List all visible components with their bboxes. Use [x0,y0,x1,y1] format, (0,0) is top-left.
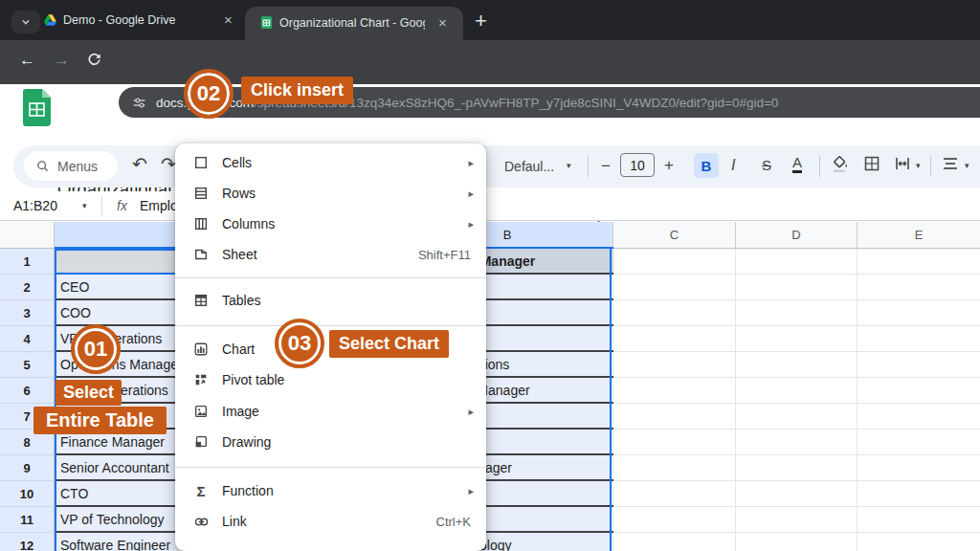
site-settings-icon[interactable] [132,96,146,110]
fill-color-button[interactable] [831,154,849,173]
gridline [735,249,736,551]
column-header-d[interactable]: D [736,222,858,249]
menu-item-rows[interactable]: Rows ▸ [175,178,486,209]
tab-search-button[interactable] [11,11,40,33]
menu-shortcut: Shift+F11 [418,248,471,262]
screen: Demo - Google Drive × Organizational Cha… [0,0,980,551]
menu-item-sheet[interactable]: Sheet Shift+F11 [175,239,486,270]
menu-item-cells[interactable]: Cells ▸ [175,147,486,178]
merge-cells-caret-icon[interactable]: ▾ [916,161,921,170]
callout-step2-label: Click insert [241,77,353,104]
row-header-1[interactable]: 1 [0,249,55,275]
sheets-logo-icon[interactable] [23,89,51,126]
selection-border-right [610,249,612,551]
gridline [857,249,858,551]
align-caret-icon[interactable]: ▾ [965,161,969,170]
link-icon [192,513,210,530]
drawing-icon [192,433,210,451]
menu-item-columns[interactable]: Columns ▸ [175,209,486,239]
chevron-down-icon [19,15,33,29]
increase-font-button[interactable]: + [664,156,674,174]
row-header-3[interactable]: 3 [0,300,55,326]
menu-item-tables[interactable]: Tables [175,285,486,316]
reload-icon[interactable] [86,52,102,68]
text-color-button[interactable]: A [792,155,802,173]
menu-item-link[interactable]: Link Ctrl+K [175,506,486,537]
tab-sheets-active[interactable]: Organizational Chart - Google S × [245,7,463,40]
decrease-font-button[interactable]: − [601,157,611,175]
menu-item-drawing[interactable]: Drawing [175,427,486,457]
callout-step3-label: Select Chart [329,330,449,358]
callout-step2-circle: 02 [188,73,230,115]
menus-search[interactable]: Menus [24,151,118,181]
formula-divider [101,196,102,215]
tables-icon [192,292,210,309]
columns-icon [192,215,210,232]
row-header-4[interactable]: 4 [0,326,55,352]
callout-step3-circle: 03 [278,322,321,364]
undo-icon[interactable]: ↶ [132,155,147,173]
empty-cells-region[interactable] [613,249,980,551]
menu-divider [175,325,486,326]
rows-icon [192,185,210,202]
row-header-9[interactable]: 9 [0,455,55,481]
merge-cells-button[interactable] [894,155,911,172]
toolbar-divider [930,156,931,177]
name-box-caret-icon[interactable]: ▾ [82,201,87,210]
menu-item-pivot-table[interactable]: Pivot table [175,364,486,395]
function-icon: Σ [192,482,210,499]
drive-tab-icon [44,14,56,26]
menu-item-function[interactable]: Σ Function ▸ [175,475,486,506]
font-select[interactable]: Defaul... [504,159,554,174]
new-tab-button[interactable]: + [475,9,487,33]
menu-shortcut: Ctrl+K [436,515,471,529]
tab-drive[interactable]: Demo - Google Drive [63,13,216,27]
row-header-11[interactable]: 11 [0,507,55,533]
fx-icon: fx [117,198,127,213]
borders-button[interactable] [863,155,880,172]
chart-icon [192,341,210,358]
sheets-tab-icon [260,16,273,29]
bold-button[interactable]: B [694,153,719,178]
pivot-table-icon [192,371,210,388]
row-header-5[interactable]: 5 [0,352,55,378]
column-header-c[interactable]: C [613,222,736,249]
forward-icon[interactable]: → [54,51,70,70]
cells-icon [192,154,210,171]
formula-bar: A1:B20 ▾ fx Employ [0,191,980,221]
redo-icon[interactable]: ↷ [161,155,176,173]
menu-divider [175,467,486,468]
back-icon[interactable]: ← [19,51,35,70]
search-icon [35,159,50,173]
column-header-e[interactable]: E [858,222,980,249]
tab-drive-close-icon[interactable]: × [224,13,233,27]
row-header-10[interactable]: 10 [0,481,55,507]
submenu-arrow-icon: ▸ [468,485,474,497]
submenu-arrow-icon: ▸ [468,187,474,200]
italic-button[interactable]: I [731,157,735,174]
row-header-12[interactable]: 12 [0,533,55,551]
tab-sheets-close-icon[interactable]: × [438,16,447,30]
tab-sheets-title: Organizational Chart - Google S [279,16,425,30]
strikethrough-button[interactable]: S [762,157,771,173]
sheet-icon [192,246,210,263]
browser-url-bar: ← → docs.google.com/spreadsheets/d/13zq3… [0,40,980,84]
callout-step1-label-line2: Entire Table [33,407,167,434]
name-box[interactable]: A1:B20 [13,198,57,213]
submenu-arrow-icon: ▸ [468,157,474,169]
menu-item-image[interactable]: Image ▸ [175,396,486,427]
browser-tab-bar: Demo - Google Drive × Organizational Cha… [0,0,980,40]
horizontal-align-button[interactable] [942,156,959,171]
select-all-corner[interactable] [0,222,55,249]
font-size-input[interactable]: 10 [620,153,655,177]
row-header-6[interactable]: 6 [0,378,55,404]
callout-step1-circle: 01 [75,328,117,370]
menu-divider [175,277,486,278]
toolbar-divider [588,156,589,177]
font-select-caret-icon[interactable]: ▾ [567,161,571,170]
submenu-arrow-icon: ▸ [468,406,474,418]
callout-step1-label-line1: Select [56,380,122,406]
toolbar-divider [819,156,820,177]
row-header-2[interactable]: 2 [0,275,55,300]
submenu-arrow-icon: ▸ [468,218,474,231]
